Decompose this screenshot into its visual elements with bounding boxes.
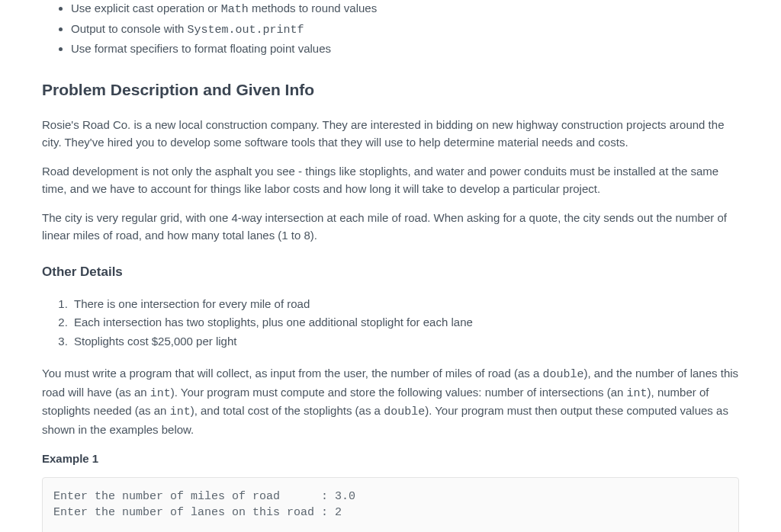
bullet-text: Output to console with: [71, 22, 188, 35]
paragraph: Road development is not only the asphalt…: [42, 163, 739, 197]
paragraph: Rosie's Road Co. is a new local construc…: [42, 117, 739, 151]
example-code-block: Enter the number of miles of road : 3.0 …: [42, 477, 739, 533]
inline-code: double: [542, 368, 583, 381]
heading-other-details: Other Details: [42, 262, 739, 282]
ordered-item: Each intersection has two stoplights, pl…: [71, 314, 739, 332]
bullet-text: methods to round values: [249, 2, 377, 14]
inline-code: int: [150, 387, 171, 400]
inline-code: System.out.printf: [188, 24, 304, 37]
text: ). Your program must compute and store t…: [171, 386, 627, 399]
ordered-item: There is one intersection for every mile…: [71, 296, 739, 313]
ordered-item: Stoplights cost $25,000 per light: [71, 333, 739, 351]
bullet-list: Use explicit cast operation or Math meth…: [42, 0, 739, 58]
paragraph: The city is very regular grid, with one …: [42, 210, 739, 244]
text: You must write a program that will colle…: [42, 367, 542, 380]
bullet-text: Use format specifiers to format floating…: [71, 42, 331, 55]
ordered-list: There is one intersection for every mile…: [42, 296, 739, 351]
inline-code: double: [384, 405, 425, 418]
inline-code: int: [170, 405, 191, 418]
inline-code: Math: [221, 3, 249, 16]
inline-code: int: [627, 387, 648, 400]
bullet-text: Use explicit cast operation or: [71, 2, 221, 14]
example-label: Example 1: [42, 450, 739, 468]
bullet-item: Output to console with System.out.printf: [71, 21, 739, 40]
text: ), and total cost of the stoplights (as …: [191, 404, 384, 417]
heading-problem-description: Problem Description and Given Info: [42, 78, 739, 102]
paragraph: You must write a program that will colle…: [42, 365, 739, 438]
bullet-item: Use explicit cast operation or Math meth…: [71, 0, 739, 19]
bullet-item: Use format specifiers to format floating…: [71, 40, 739, 58]
